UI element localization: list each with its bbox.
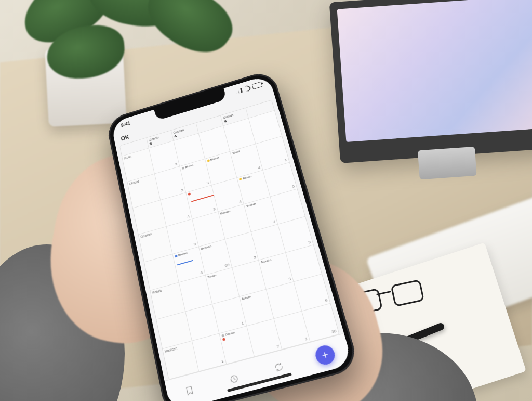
sync-icon — [273, 361, 285, 373]
status-time: 9:41 — [121, 121, 131, 128]
blue-line-marker — [177, 260, 193, 265]
desktop-monitor — [329, 0, 532, 163]
app-title: OK — [121, 134, 130, 142]
plus-icon — [320, 350, 330, 360]
plant-leaves — [16, 0, 234, 94]
monitor-stand — [418, 147, 477, 180]
photo-scene: 9:41 OK Oxwain5 Oxsean4 — [0, 0, 532, 401]
wifi-icon — [243, 85, 251, 93]
monitor-screen — [337, 0, 532, 142]
signal-icon — [235, 88, 243, 94]
clock-icon — [228, 373, 240, 385]
bookmark-icon — [184, 384, 195, 397]
add-button[interactable] — [313, 343, 337, 367]
battery-icon — [252, 82, 263, 89]
tab-bookmark[interactable] — [179, 380, 200, 401]
